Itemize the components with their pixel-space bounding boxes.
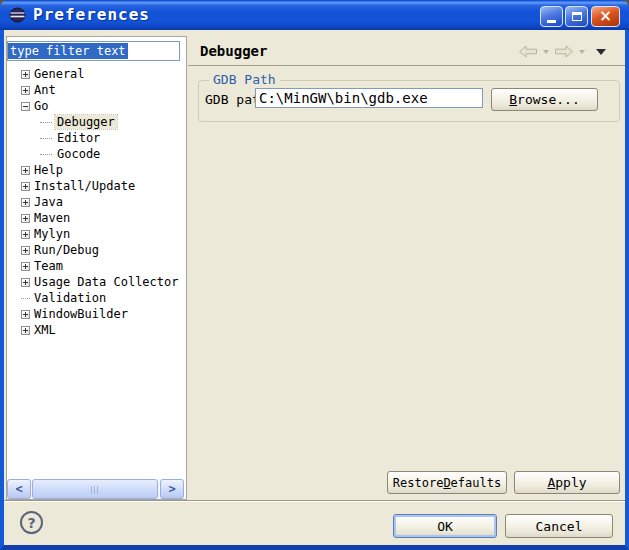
filter-text-input[interactable]: type filter text (7, 41, 180, 61)
chevron-left-icon: < (15, 481, 22, 497)
tree-item-debugger[interactable]: Debugger (7, 114, 185, 130)
header-divider (188, 65, 625, 66)
scroll-left-button[interactable]: < (7, 479, 31, 499)
tree-item-go[interactable]: Go (7, 98, 185, 114)
tree-item-label: Install/Update (32, 179, 137, 193)
close-button[interactable]: × (591, 6, 620, 27)
tree-item-label: Maven (32, 211, 72, 225)
tree-item-label: XML (32, 323, 58, 337)
expander-plus-icon[interactable] (21, 70, 30, 79)
expander-plus-icon[interactable] (21, 214, 30, 223)
maximize-icon (572, 12, 582, 21)
expander-plus-icon[interactable] (21, 182, 30, 191)
help-button[interactable]: ? (20, 511, 43, 534)
tree-horizontal-scrollbar[interactable]: < > (7, 479, 184, 499)
tree-item-label: Editor (55, 131, 102, 145)
expander-plus-icon[interactable] (21, 198, 30, 207)
ok-button[interactable]: OK (393, 514, 497, 538)
apply-button[interactable]: Apply (514, 471, 620, 494)
window-title: Preferences (33, 5, 150, 24)
tree-item-label: Ant (32, 83, 58, 97)
tree-item-mylyn[interactable]: Mylyn (7, 226, 185, 242)
expander-minus-icon[interactable] (21, 102, 30, 111)
titlebar: Preferences × (0, 0, 629, 30)
tree-item-label: Help (32, 163, 65, 177)
tree-item-label: Usage Data Collector (32, 275, 181, 289)
footer-divider (4, 500, 625, 502)
expander-plus-icon[interactable] (21, 166, 30, 175)
scroll-right-button[interactable]: > (160, 479, 184, 499)
header-nav-toolbar (518, 45, 606, 58)
expander-plus-icon[interactable] (21, 230, 30, 239)
expander-plus-icon[interactable] (21, 278, 30, 287)
tree-item-label: Debugger (55, 115, 117, 129)
tree-connector-line (40, 138, 52, 139)
forward-dropdown-icon[interactable] (579, 50, 585, 54)
tree-item-label: Run/Debug (32, 243, 101, 257)
tree-connector-line (21, 298, 30, 299)
back-dropdown-icon[interactable] (543, 50, 549, 54)
tree-item-help[interactable]: Help (7, 162, 185, 178)
scroll-thumb[interactable] (32, 479, 158, 499)
tree-item-team[interactable]: Team (7, 258, 185, 274)
question-mark-icon: ? (27, 515, 35, 531)
tree-item-gocode[interactable]: Gocode (7, 146, 185, 162)
tree-item-windowbuilder[interactable]: WindowBuilder (7, 306, 185, 322)
tree-item-ant[interactable]: Ant (7, 82, 185, 98)
tree-item-java[interactable]: Java (7, 194, 185, 210)
tree-item-editor[interactable]: Editor (7, 130, 185, 146)
preferences-dialog: Preferences × type filter text GeneralAn… (0, 0, 629, 550)
forward-arrow-icon[interactable] (554, 45, 574, 58)
minimize-icon (547, 20, 556, 23)
tree-item-usage-data-collector[interactable]: Usage Data Collector (7, 274, 185, 290)
close-icon: × (599, 9, 612, 24)
cancel-button[interactable]: Cancel (505, 514, 613, 538)
scroll-grip-icon (91, 486, 100, 494)
tree-item-run-debug[interactable]: Run/Debug (7, 242, 185, 258)
tree-item-validation[interactable]: Validation (7, 290, 185, 306)
gdb-path-input[interactable] (255, 88, 483, 108)
expander-plus-icon[interactable] (21, 246, 30, 255)
maximize-button[interactable] (565, 6, 588, 27)
tree-connector-line (40, 154, 52, 155)
view-menu-icon[interactable] (596, 49, 606, 55)
tree-item-xml[interactable]: XML (7, 322, 185, 338)
tree-item-label: Team (32, 259, 65, 273)
chevron-right-icon: > (168, 481, 175, 497)
filter-text-selection: type filter text (8, 43, 128, 59)
tree-item-label: General (32, 67, 87, 81)
back-arrow-icon[interactable] (518, 45, 538, 58)
tree-item-label: WindowBuilder (32, 307, 130, 321)
tree-item-general[interactable]: General (7, 66, 185, 82)
tree-item-install-update[interactable]: Install/Update (7, 178, 185, 194)
tree-item-label: Go (32, 99, 50, 113)
expander-plus-icon[interactable] (21, 86, 30, 95)
expander-plus-icon[interactable] (21, 310, 30, 319)
tree-item-label: Mylyn (32, 227, 72, 241)
minimize-button[interactable] (540, 6, 563, 27)
expander-plus-icon[interactable] (21, 262, 30, 271)
restore-defaults-button[interactable]: Restore Defaults (387, 471, 507, 494)
preferences-tree: GeneralAntGoDebuggerEditorGocodeHelpInst… (7, 66, 185, 338)
eclipse-logo-icon (9, 7, 26, 23)
expander-plus-icon[interactable] (21, 326, 30, 335)
tree-item-label: Validation (32, 291, 108, 305)
tree-connector-line (40, 122, 52, 123)
browse-button[interactable]: Browse... (491, 88, 598, 111)
group-title: GDB Path (209, 72, 280, 87)
tree-item-maven[interactable]: Maven (7, 210, 185, 226)
tree-item-label: Java (32, 195, 65, 209)
tree-item-label: Gocode (55, 147, 102, 161)
page-title: Debugger (200, 43, 267, 59)
